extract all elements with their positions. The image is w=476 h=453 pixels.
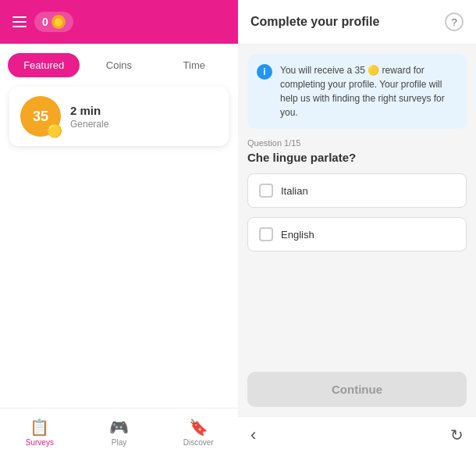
tab-coins[interactable]: Coins xyxy=(83,53,155,77)
option-label-italian: Italian xyxy=(281,185,308,197)
survey-category: Generale xyxy=(70,119,108,130)
refresh-icon[interactable]: ↻ xyxy=(450,426,464,444)
checkbox-italian[interactable] xyxy=(259,184,273,198)
right-panel: Complete your profile ? i You will recei… xyxy=(238,0,476,453)
nav-label-surveys: Surveys xyxy=(26,438,54,447)
hamburger-icon[interactable] xyxy=(12,16,27,27)
surveys-icon: 📋 xyxy=(30,418,49,437)
left-header: 0 🟡 xyxy=(0,0,238,44)
play-icon: 🎮 xyxy=(109,418,129,437)
question-text: Che lingue parlate? xyxy=(247,151,467,164)
info-banner: i You will receive a 35 🟡 reward for com… xyxy=(247,54,467,129)
right-bottom-bar: ‹ ↻ xyxy=(238,416,476,453)
nav-item-play[interactable]: 🎮 Play xyxy=(80,415,159,450)
survey-info: 2 min Generale xyxy=(70,104,108,130)
question-block: Question 1/15 Che lingue parlate? xyxy=(247,138,467,164)
right-header: Complete your profile ? xyxy=(238,0,476,45)
back-arrow-icon[interactable]: ‹ xyxy=(250,425,256,445)
nav-item-surveys[interactable]: 📋 Surveys xyxy=(0,415,80,450)
continue-button[interactable]: Continue xyxy=(247,372,467,407)
info-banner-text: You will receive a 35 🟡 reward for compl… xyxy=(280,63,457,119)
option-italian[interactable]: Italian xyxy=(247,173,467,208)
bottom-nav: 📋 Surveys 🎮 Play 🔖 Discover xyxy=(0,408,238,453)
info-dot-icon: i xyxy=(257,64,272,80)
question-number: Question 1/15 xyxy=(247,138,467,148)
option-english[interactable]: English xyxy=(247,217,467,251)
discover-icon: 🔖 xyxy=(189,418,208,437)
tab-featured[interactable]: Featured xyxy=(8,53,80,77)
checkbox-english[interactable] xyxy=(259,227,273,241)
nav-item-discover[interactable]: 🔖 Discover xyxy=(158,415,238,450)
coin-badge: 0 🟡 xyxy=(34,12,73,32)
survey-time: 2 min xyxy=(70,104,108,117)
right-content: i You will receive a 35 🟡 reward for com… xyxy=(238,45,476,372)
nav-label-discover: Discover xyxy=(183,438,214,447)
survey-coin-badge: 35 🟡 xyxy=(20,96,61,137)
survey-coin-emoji: 🟡 xyxy=(47,123,62,138)
survey-coin-num: 35 xyxy=(33,109,48,125)
coin-count: 0 xyxy=(42,16,48,28)
nav-label-play: Play xyxy=(112,438,126,447)
help-icon[interactable]: ? xyxy=(445,12,464,31)
tab-bar: Featured Coins Time xyxy=(0,44,238,87)
left-panel: 0 🟡 Featured Coins Time 35 🟡 2 min Gener… xyxy=(0,0,238,453)
survey-card[interactable]: 35 🟡 2 min Generale xyxy=(9,87,229,146)
tab-time[interactable]: Time xyxy=(158,53,230,77)
page-title: Complete your profile xyxy=(250,15,379,29)
option-label-english: English xyxy=(281,229,314,241)
coin-icon: 🟡 xyxy=(52,15,66,29)
